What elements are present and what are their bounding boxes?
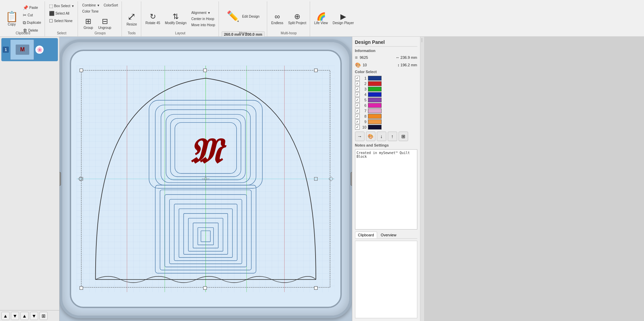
color-swatch[interactable]: [368, 108, 382, 113]
split-project-button[interactable]: ⊕ Split Project: [287, 12, 308, 26]
group-button[interactable]: ⊞ Group: [81, 16, 96, 31]
color-row: ✓ 2: [355, 81, 417, 86]
color-number: 6: [361, 103, 367, 107]
right-scrollbar[interactable]: │: [420, 37, 424, 321]
color-action-up[interactable]: ↑: [388, 132, 397, 141]
right-panel: Design Panel Information ≡ 9625 ↔ 236.9 …: [352, 37, 420, 321]
endless-button[interactable]: ∞ Endless: [270, 12, 285, 26]
ungroup-button[interactable]: ⊟ Ungroup: [97, 16, 112, 31]
color-action-down[interactable]: ↓: [377, 132, 386, 141]
canvas-area[interactable]: 𝔐: [60, 37, 352, 321]
svg-rect-35: [80, 69, 83, 72]
colorsort-button[interactable]: ColorSort: [102, 3, 119, 8]
scroll-thumb: │: [421, 38, 423, 42]
move-up-button[interactable]: ▲: [20, 312, 29, 320]
tab-overview[interactable]: Overview: [378, 232, 400, 238]
color-action-palette[interactable]: 🎨: [366, 132, 375, 141]
thumbnail-svg: M: [11, 39, 34, 60]
color-swatch[interactable]: [368, 125, 382, 130]
color-number: 1: [361, 76, 367, 80]
color-row: ✓ 5: [355, 98, 417, 102]
color-row: ✓ 8: [355, 114, 417, 119]
life-view-button[interactable]: 🌈 Life View: [313, 12, 329, 26]
life-view-icon: 🌈: [317, 13, 326, 20]
color-checkbox[interactable]: ✓: [355, 125, 360, 130]
color-action-arrow-right[interactable]: →: [355, 132, 365, 141]
center-in-hoop-button[interactable]: Center in Hoop: [190, 16, 216, 21]
move-into-hoop-button[interactable]: Move into Hoop: [190, 22, 216, 28]
width-value: 236.9 mm: [401, 55, 417, 60]
color-checkbox[interactable]: ✓: [355, 103, 360, 108]
svg-rect-37: [80, 286, 83, 289]
rotate45-icon: ↻: [150, 13, 156, 20]
design-player-button[interactable]: ▶ Design Player: [331, 12, 355, 26]
design-player-icon: ▶: [340, 13, 346, 20]
color-checkbox[interactable]: ✓: [355, 119, 360, 124]
color-checkbox[interactable]: ✓: [355, 81, 360, 86]
notes-textarea[interactable]: [355, 149, 417, 230]
color-checkbox[interactable]: ✓: [355, 92, 360, 97]
paste-button[interactable]: 📌 Paste: [21, 4, 43, 11]
thumbnail-preview: M: [10, 39, 34, 60]
box-select-button[interactable]: ⬚ Box Select ▼: [48, 3, 76, 9]
color-action-grid[interactable]: ⊞: [399, 132, 408, 141]
color-row: ✓ 7: [355, 108, 417, 113]
color-swatch[interactable]: [368, 119, 382, 124]
svg-rect-36: [314, 69, 317, 72]
color-swatch[interactable]: [368, 81, 382, 86]
hoop-container: 𝔐: [60, 39, 352, 318]
resize-button[interactable]: ⤢ Resize: [125, 5, 139, 33]
svg-rect-38: [314, 286, 317, 289]
down-button[interactable]: ▼: [11, 312, 19, 320]
hoop-group: ✏️ Edit Design 260.0 mm x 200.0 mm ⬡ Cha…: [220, 1, 267, 36]
select-all-button[interactable]: ⬛ Select All: [48, 10, 71, 17]
color-checkbox[interactable]: ✓: [355, 98, 360, 102]
duplicate-icon: ⧉: [23, 20, 26, 26]
edit-design-button[interactable]: ✏️ Edit Design: [222, 3, 265, 30]
color-checkbox[interactable]: ✓: [355, 108, 360, 113]
layout-group: ↻ Rotate 45 ⇅ Modify Design Alignment ▼ …: [142, 1, 219, 36]
select-none-icon: ☐: [49, 18, 53, 23]
modify-design-button[interactable]: ⇅ Modify Design: [164, 12, 188, 26]
color-swatch[interactable]: [368, 76, 382, 81]
left-grip: [60, 172, 61, 186]
duplicate-button[interactable]: ⧉ Duplicate: [21, 19, 43, 26]
stitch-count: 9625: [360, 55, 368, 60]
rotate45-button[interactable]: ↻ Rotate 45: [144, 12, 161, 26]
up-button[interactable]: ▲: [1, 312, 10, 320]
color-count-row: 🎨 10 ↕ 196.2 mm: [355, 62, 417, 68]
ungroup-icon: ⊟: [102, 18, 108, 25]
color-number: 8: [361, 114, 367, 118]
color-checkbox[interactable]: ✓: [355, 114, 360, 119]
color-checkbox[interactable]: ✓: [355, 76, 360, 81]
copy-button[interactable]: 📋 Copy: [3, 5, 20, 33]
multi-hoop-group: ∞ Endless ⊕ Split Project Multi-hoop: [268, 1, 310, 36]
thumbnail-number: 1: [3, 47, 9, 53]
color-swatch[interactable]: [368, 87, 382, 91]
color-tone-button[interactable]: Color Tone: [81, 9, 100, 14]
color-row: ✓ 4: [355, 92, 417, 97]
tabs-row: Clipboard Overview: [355, 232, 417, 239]
tab-content: [355, 241, 417, 318]
color-number: 4: [361, 92, 367, 97]
tab-clipboard[interactable]: Clipboard: [355, 232, 377, 238]
width-icon: ↔: [396, 55, 400, 60]
select-none-button[interactable]: ☐ Select None: [48, 18, 74, 24]
grid-button[interactable]: ⊞: [39, 312, 48, 320]
box-select-icon: ⬚: [49, 3, 53, 9]
svg-text:M: M: [20, 47, 25, 52]
color-swatch[interactable]: [368, 92, 382, 97]
color-swatch[interactable]: [368, 103, 382, 108]
move-down-button[interactable]: ▼: [30, 312, 38, 320]
height-icon: ↕: [398, 63, 400, 67]
color-checkbox[interactable]: ✓: [355, 87, 360, 91]
color-swatch[interactable]: [368, 98, 382, 102]
combine-button[interactable]: Combine ▼: [81, 3, 101, 8]
thumbnail-item[interactable]: 1 M 🌸: [1, 38, 58, 61]
svg-rect-39: [204, 69, 207, 72]
color-swatch[interactable]: [368, 114, 382, 119]
cut-button[interactable]: ✂ Cut: [21, 12, 43, 18]
svg-rect-42: [204, 286, 207, 289]
alignment-button[interactable]: Alignment ▼: [190, 10, 216, 15]
select-group: ⬚ Box Select ▼ ⬛ Select All ☐ Select Non…: [46, 1, 78, 36]
